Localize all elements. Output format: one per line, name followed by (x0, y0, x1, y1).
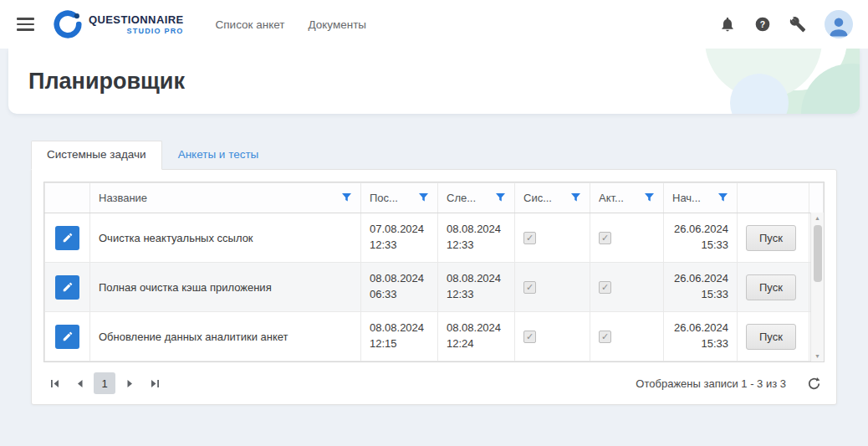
active-column-header: Акт... (590, 183, 664, 213)
check-icon: ✓ (601, 233, 609, 243)
last-page-button[interactable] (144, 372, 166, 394)
page-header: Планировщик (8, 49, 860, 114)
tab-bar: Системные задачи Анкеты и тесты (31, 141, 837, 169)
name-column-header: Название (90, 183, 361, 213)
run-cell: Пуск (738, 312, 809, 361)
system-cell: ✓ (515, 213, 590, 263)
edit-cell (45, 263, 90, 312)
table-header-row: Название Пос... Сле... (45, 183, 824, 213)
tasks-table: Название Пос... Сле... (44, 182, 824, 361)
run-task-button[interactable]: Пуск (746, 274, 796, 300)
tab-questionnaires-tests[interactable]: Анкеты и тесты (162, 141, 275, 169)
start-cell: 26.06.2024 15:33 (664, 312, 738, 361)
start-cell: 26.06.2024 15:33 (664, 263, 738, 312)
last-run-cell: 08.08.2024 06:33 (361, 263, 438, 312)
filter-icon[interactable] (717, 192, 728, 203)
scrollbar-thumb[interactable] (814, 225, 822, 282)
filter-icon[interactable] (341, 192, 352, 203)
table-row: Полная очистка кэша приложения 08.08.202… (45, 263, 824, 312)
check-icon: ✓ (601, 332, 609, 341)
scroll-up-icon[interactable]: ▲ (814, 213, 820, 223)
last-page-icon (149, 377, 161, 390)
vertical-scrollbar[interactable]: ▲ ▼ (810, 213, 824, 361)
active-checkbox[interactable]: ✓ (599, 232, 611, 244)
run-cell: Пуск (738, 263, 809, 312)
next-page-button[interactable] (119, 372, 140, 394)
filter-icon[interactable] (495, 192, 506, 203)
run-task-button[interactable]: Пуск (746, 324, 796, 350)
refresh-button[interactable] (803, 372, 825, 394)
tasks-table-wrap: Название Пос... Сле... (43, 182, 825, 362)
first-page-icon (49, 377, 61, 390)
user-avatar[interactable] (825, 10, 853, 38)
active-cell: ✓ (590, 263, 664, 312)
filter-icon[interactable] (570, 192, 581, 203)
system-checkbox[interactable]: ✓ (523, 331, 536, 343)
bell-icon[interactable] (719, 16, 736, 33)
pagination-bar: 1 Отображены записи 1 - 3 из 3 (43, 362, 825, 404)
logo-text: QUESTIONNAIRE STUDIO PRO (89, 13, 184, 35)
edit-cell (45, 312, 90, 361)
edit-task-button[interactable] (55, 325, 79, 349)
topbar-icons: ? (719, 10, 853, 38)
filter-icon[interactable] (418, 192, 429, 203)
help-icon[interactable]: ? (754, 16, 771, 33)
start-cell: 26.06.2024 15:33 (664, 213, 738, 263)
next-run-cell: 08.08.2024 12:33 (438, 213, 515, 263)
current-page-button[interactable]: 1 (94, 372, 115, 394)
records-info: Отображены записи 1 - 3 из 3 (636, 377, 786, 390)
pencil-icon (62, 232, 74, 244)
task-name-cell: Обновление данных аналитики анкет (90, 312, 361, 361)
last-run-cell: 08.08.2024 12:15 (361, 312, 438, 361)
active-column-label: Акт... (599, 192, 624, 204)
task-name-cell: Полная очистка кэша приложения (90, 263, 361, 312)
active-cell: ✓ (590, 312, 664, 361)
menu-icon[interactable] (15, 11, 36, 38)
filter-icon[interactable] (644, 192, 655, 203)
first-page-button[interactable] (43, 372, 65, 394)
table-row: Очистка неактуальных ссылок 07.08.2024 1… (45, 213, 824, 263)
system-column-header: Сис... (515, 183, 590, 213)
tab-system-tasks[interactable]: Системные задачи (31, 141, 162, 170)
run-column-header (738, 183, 809, 213)
check-icon: ✓ (526, 283, 534, 292)
edit-task-button[interactable] (55, 275, 79, 300)
check-icon: ✓ (526, 332, 534, 341)
topbar: QUESTIONNAIRE STUDIO PRO Список анкет До… (0, 0, 868, 49)
next-run-cell: 08.08.2024 12:33 (438, 263, 515, 312)
check-icon: ✓ (526, 233, 534, 243)
system-checkbox[interactable]: ✓ (523, 281, 536, 294)
nav-documents-link[interactable]: Документы (308, 18, 366, 31)
next-run-column-label: Сле... (447, 192, 476, 204)
system-column-label: Сис... (523, 192, 552, 204)
prev-page-button[interactable] (69, 372, 90, 394)
last-run-column-label: Пос... (370, 192, 398, 204)
active-cell: ✓ (590, 213, 664, 263)
scroll-down-icon[interactable]: ▼ (814, 351, 820, 361)
active-checkbox[interactable]: ✓ (599, 331, 611, 343)
pencil-icon (62, 281, 74, 293)
name-column-label: Название (99, 192, 147, 204)
last-run-cell: 07.08.2024 12:33 (361, 213, 438, 263)
active-checkbox[interactable]: ✓ (599, 281, 611, 294)
tasks-panel: Название Пос... Сле... (31, 169, 837, 405)
next-run-cell: 08.08.2024 12:24 (438, 312, 515, 361)
system-checkbox[interactable]: ✓ (523, 232, 536, 244)
top-nav: Список анкет Документы (216, 18, 367, 31)
scrollbar-column-header (809, 183, 824, 213)
check-icon: ✓ (601, 283, 609, 292)
edit-column-header (45, 183, 90, 213)
next-page-icon (124, 377, 136, 390)
logo-icon (53, 9, 83, 39)
tools-icon[interactable] (789, 16, 806, 33)
refresh-icon (807, 377, 821, 391)
edit-task-button[interactable] (55, 226, 79, 250)
run-task-button[interactable]: Пуск (746, 225, 796, 251)
nav-questionnaires-link[interactable]: Список анкет (216, 18, 285, 31)
app-logo[interactable]: QUESTIONNAIRE STUDIO PRO (53, 9, 184, 39)
table-row: Обновление данных аналитики анкет 08.08.… (45, 312, 824, 361)
run-cell: Пуск (738, 213, 809, 263)
task-name-cell: Очистка неактуальных ссылок (90, 213, 361, 263)
last-run-column-header: Пос... (361, 183, 438, 213)
start-column-label: Нач... (672, 192, 701, 204)
